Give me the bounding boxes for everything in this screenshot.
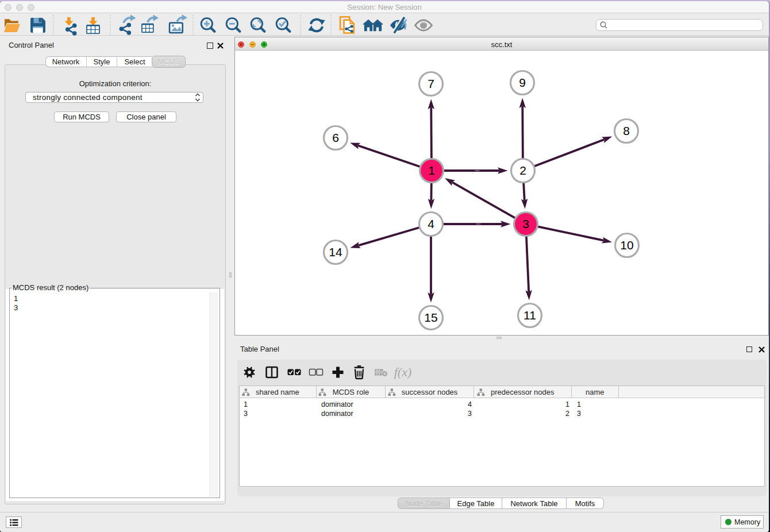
svg-text:14: 14: [329, 245, 342, 259]
svg-text:9: 9: [519, 76, 526, 89]
svg-text:6: 6: [332, 131, 339, 144]
svg-text:2: 2: [519, 164, 526, 177]
svg-text:4: 4: [428, 217, 434, 230]
svg-text:7: 7: [428, 77, 434, 90]
svg-text:15: 15: [424, 311, 437, 324]
svg-text:8: 8: [623, 124, 630, 137]
svg-text:1: 1: [428, 164, 435, 177]
svg-text:11: 11: [523, 309, 536, 322]
svg-text:3: 3: [522, 217, 529, 230]
svg-text:f(x): f(x): [394, 365, 412, 379]
svg-text:10: 10: [620, 238, 633, 252]
